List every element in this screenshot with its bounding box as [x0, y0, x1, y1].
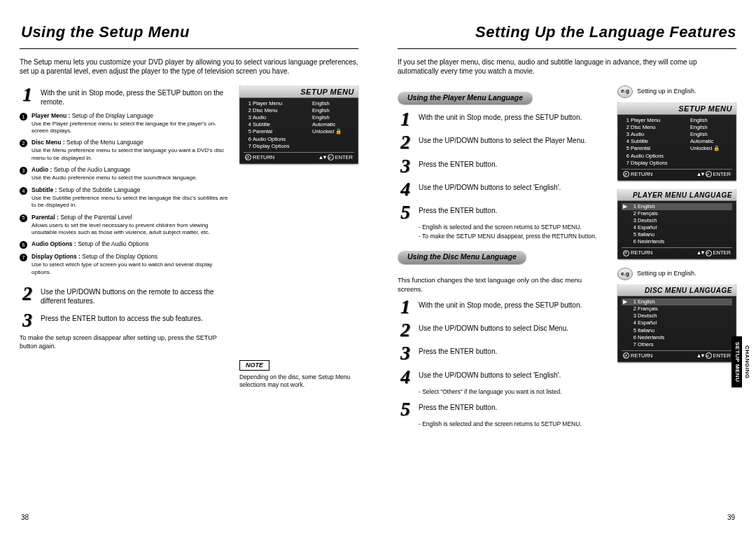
side-tab: CHANGING SETUP MENU: [732, 336, 752, 387]
osd-row-value: Unlocked 🔒: [312, 128, 353, 135]
intro-text: If you set the player menu, disc menu, a…: [398, 57, 736, 76]
bullet-number-icon: 2: [20, 139, 27, 147]
step-text: Use the UP/DOWN buttons to select 'Engli…: [419, 368, 561, 385]
osd-row-value: [312, 143, 353, 150]
osd-row-label: Nederlands: [638, 334, 731, 341]
step-text: Use the UP/DOWN buttons to select the Pl…: [419, 133, 587, 151]
osd-row-value: English: [690, 117, 731, 124]
osd-row-number: 4: [245, 121, 251, 128]
definition-sub: Allows users to set the level necessary …: [31, 222, 228, 237]
osd-row-number: 7: [630, 341, 636, 348]
osd-row-number: 1: [623, 117, 629, 124]
updown-icon: ▲▼: [318, 154, 326, 161]
step: 5Press the ENTER button.: [398, 203, 606, 221]
selection-arrow-icon: [623, 334, 629, 341]
definition-item: 1Player Menu : Setup of the Display Lang…: [20, 112, 228, 135]
definition-tail: Setup of the Subtitle Language: [59, 186, 141, 193]
step-number: 2: [398, 133, 413, 151]
osd-row: 3AudioEnglish: [244, 114, 354, 121]
osd-row-number: 6: [245, 136, 251, 143]
definition-title: Audio Options :: [31, 240, 76, 247]
step: 1With the unit in Stop mode, press the S…: [398, 110, 606, 128]
osd-row-number: 1: [245, 100, 251, 107]
osd-row-label: Subtitle: [631, 138, 689, 145]
bullet-number-icon: 6: [20, 241, 27, 249]
definition-tail: Setup of the Audio Options: [78, 240, 148, 247]
osd-row: 6Nederlands: [622, 238, 732, 245]
osd-row: 7Others: [622, 341, 732, 348]
step-number: 3: [20, 311, 35, 329]
osd-row-value: Unlocked 🔒: [690, 145, 731, 152]
osd-row-number: 2: [623, 124, 629, 131]
osd-title: SETUP MENU: [239, 85, 358, 98]
step-text: Use the UP/DOWN buttons to select 'Engli…: [419, 180, 561, 198]
step: 2Use the UP/DOWN buttons to select Disc …: [398, 321, 606, 338]
step-number: 4: [398, 180, 413, 198]
side-tab-setup: SETUP MENU: [732, 336, 741, 387]
osd-row: 4SubtitleAutomatic: [244, 121, 354, 128]
osd-title: PLAYER MENU LANGUAGE: [617, 189, 736, 201]
step-text: Press the ENTER button to access the sub…: [41, 311, 203, 329]
selection-arrow-icon: [623, 319, 629, 327]
osd-row-label: Parental: [253, 128, 311, 135]
osd-row: 5ParentalUnlocked 🔒: [622, 145, 732, 152]
selection-arrow-icon: ▶: [623, 298, 629, 305]
enter-icon: ↵: [706, 250, 712, 256]
eg-text: Setting up in English.: [637, 88, 696, 96]
step-number: 1: [20, 85, 35, 106]
osd-row-label: Audio Options: [253, 136, 311, 143]
osd-row: 5ParentalUnlocked 🔒: [244, 128, 354, 135]
step: 2Use the UP/DOWN buttons to select the P…: [398, 133, 606, 151]
return-icon: ↺: [245, 154, 251, 160]
osd-row-label: Player Menu: [253, 100, 311, 107]
section-lead: This function changes the text language …: [398, 276, 606, 294]
osd-return-label: RETURN: [631, 171, 652, 178]
step-number: 2: [20, 284, 35, 305]
definition-tail: Setup of the Parental Level: [60, 214, 132, 221]
return-icon: ↺: [623, 250, 629, 256]
osd-setup-menu: SETUP MENU 1Player MenuEnglish2Disc Menu…: [617, 102, 736, 181]
sub-note: - English is selected and the screen ret…: [419, 224, 606, 231]
osd-row-label: Français: [638, 305, 731, 312]
osd-row-number: 1: [630, 298, 636, 305]
example-row: e.g Setting up in English.: [617, 268, 736, 280]
osd-row: 2Français: [622, 305, 732, 312]
bullet-number-icon: 3: [20, 167, 27, 174]
step: 3Press the ENTER button.: [398, 157, 606, 174]
definition-item: 2Disc Menu : Setup of the Menu LanguageU…: [20, 139, 228, 162]
osd-row-number: 2: [630, 210, 636, 217]
osd-footer: ↺RETURN ▲▼ ↵ENTER: [622, 169, 732, 178]
osd-row: 3Deutsch: [622, 217, 732, 224]
definition-sub: Use to select which type of screen you w…: [31, 261, 228, 276]
osd-row: 4Español: [622, 224, 732, 231]
step-number: 1: [398, 110, 413, 128]
osd-row-label: Parental: [631, 145, 689, 152]
definition-list: 1Player Menu : Setup of the Display Lang…: [20, 112, 228, 277]
step-text: Use the UP/DOWN buttons to select Disc M…: [419, 321, 568, 338]
step: 4Use the UP/DOWN buttons to select 'Engl…: [398, 180, 606, 198]
eg-tag: e.g: [617, 268, 633, 280]
eg-text: Setting up in English.: [637, 270, 696, 278]
osd-row-number: 5: [245, 128, 251, 135]
return-icon: ↺: [623, 352, 629, 359]
osd-row-number: 5: [630, 327, 636, 334]
selection-arrow-icon: [623, 305, 629, 312]
osd-row-label: Nederlands: [638, 238, 731, 245]
osd-player-menu-language: PLAYER MENU LANGUAGE ▶1English2Français3…: [617, 189, 736, 260]
osd-row-number: 2: [630, 305, 636, 312]
step-text: Press the ENTER button.: [419, 400, 497, 418]
osd-row-value: [690, 160, 731, 167]
osd-return-label: RETURN: [631, 249, 652, 256]
definition-item: 7Display Options : Setup of the Display …: [20, 253, 228, 276]
osd-row-label: Français: [638, 210, 731, 217]
osd-row: 4Español: [622, 319, 732, 327]
definition-tail: Setup of the Display Options: [82, 253, 158, 260]
definition-item: 3Audio : Setup of the Audio LanguageUse …: [20, 166, 228, 181]
osd-row-label: English: [638, 298, 731, 305]
bullet-number-icon: 5: [20, 214, 27, 222]
after-note: To make the setup screen disappear after…: [20, 334, 228, 350]
step: 5Press the ENTER button.: [398, 400, 606, 418]
osd-row-value: [312, 136, 353, 143]
osd-row-number: 4: [630, 319, 636, 327]
step-number: 4: [398, 368, 413, 385]
